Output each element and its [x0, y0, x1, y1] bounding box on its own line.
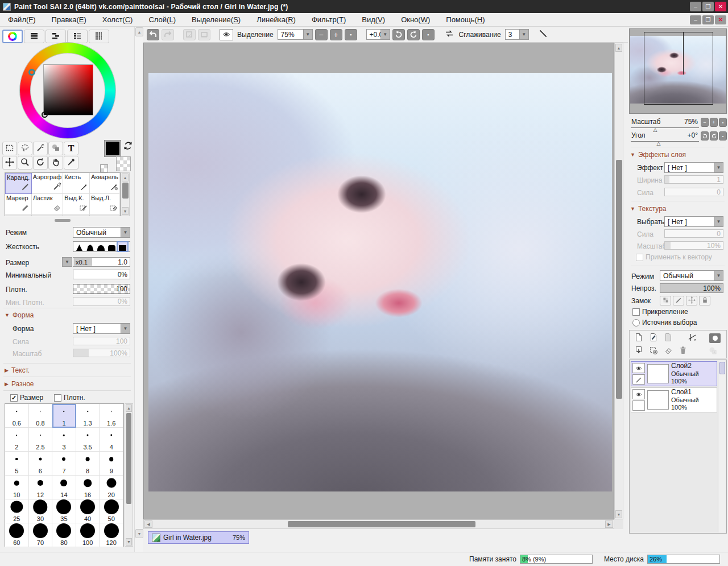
swap-colors-icon[interactable]: [123, 141, 133, 151]
secondary-color-swatch[interactable]: [116, 156, 131, 171]
checkbox-icon[interactable]: ✓: [10, 394, 18, 402]
tool-rect-select[interactable]: [2, 142, 17, 155]
min-size-slider[interactable]: 0%: [73, 270, 130, 279]
menu-c[interactable]: Холст(C): [94, 14, 141, 26]
nav-zoom-reset-button[interactable]: ▪: [719, 118, 727, 127]
brush-size-2.5[interactable]: 2.5: [29, 428, 53, 452]
canvas-horizontal-scrollbar[interactable]: ◀ ▶: [143, 519, 614, 529]
doc-close-button[interactable]: ✕: [715, 15, 726, 24]
panel-tab-swatch-bars[interactable]: [24, 30, 44, 43]
panel-tab-color-wheel[interactable]: [2, 30, 23, 43]
menu-s[interactable]: Выделение(S): [184, 14, 249, 26]
chevron-down-icon[interactable]: ▼: [303, 30, 312, 39]
texture-select[interactable]: [ Нет ]▼: [664, 216, 723, 227]
layer-row-Слой1[interactable]: Слой1Обычный100%: [631, 387, 717, 412]
brush-size-35[interactable]: 35: [52, 499, 76, 523]
crop-selection-button[interactable]: [183, 29, 196, 40]
navigator-angle-slider[interactable]: Угол +0° △: [631, 130, 699, 142]
brush-size-10[interactable]: 10: [5, 476, 29, 499]
layer-row-Слой2[interactable]: Слой2Обычный100%: [631, 361, 717, 386]
size-grid-scrollbar[interactable]: ▲ ▼: [125, 403, 133, 547]
clear-layer-button[interactable]: [663, 346, 674, 356]
scroll-up-icon[interactable]: ▲: [126, 404, 132, 412]
section-layer-effects[interactable]: ▼Эффекты слоя: [630, 151, 686, 159]
redo-button[interactable]: [162, 29, 174, 40]
canvas-image[interactable]: [148, 73, 612, 491]
close-button[interactable]: ✕: [715, 2, 726, 11]
preset-scrollbar[interactable]: ▲ ▼: [121, 172, 130, 216]
scroll-up-icon[interactable]: ▲: [615, 44, 622, 52]
shape-select[interactable]: [ Нет ]▼: [73, 323, 130, 334]
menu-l[interactable]: Слой(L): [140, 14, 184, 26]
panel-tab-swatch-grid[interactable]: [89, 30, 109, 43]
brush-size-70[interactable]: 70: [29, 523, 53, 547]
brush-size-30[interactable]: 30: [29, 499, 53, 523]
brush-size-16[interactable]: 16: [76, 476, 100, 499]
menu-r[interactable]: Линейка(R): [249, 14, 304, 26]
panel-tab-swatch-mixer[interactable]: [46, 30, 66, 43]
brush-preset[interactable]: Аэрограф: [32, 173, 64, 194]
new-folder-button[interactable]: [663, 333, 674, 343]
line-tool-icon[interactable]: [538, 28, 548, 40]
brush-preset[interactable]: Выд.Л.: [90, 194, 120, 215]
menu-h[interactable]: Помощь(H): [438, 14, 493, 26]
brush-size-8[interactable]: 8: [76, 452, 100, 476]
nav-rotate-ccw-button[interactable]: [701, 131, 709, 141]
brush-preset[interactable]: [63, 215, 90, 216]
panel-tab-swatch-list[interactable]: [67, 30, 88, 43]
brush-preset[interactable]: [90, 215, 120, 216]
section-texture[interactable]: ▼Текстура: [630, 205, 666, 213]
brush-size-4[interactable]: 4: [100, 428, 123, 452]
layer-visibility-toggle[interactable]: [632, 363, 645, 373]
hardness-option-4[interactable]: [107, 242, 117, 251]
section-text[interactable]: ▶Текст.: [5, 366, 30, 374]
tool-rotate[interactable]: [33, 156, 48, 170]
brush-size-14[interactable]: 14: [52, 476, 76, 499]
chevron-down-icon[interactable]: ▼: [519, 30, 528, 39]
tool-eyedropper[interactable]: [64, 156, 78, 170]
selection-visibility-button[interactable]: [220, 29, 233, 40]
preview-size-checkbox[interactable]: ✓ Размер: [10, 394, 43, 402]
delete-layer-button[interactable]: [677, 346, 689, 356]
scroll-left-icon[interactable]: ◀: [144, 520, 152, 528]
brush-preset[interactable]: Акварель: [90, 173, 120, 194]
chevron-down-icon[interactable]: ▼: [380, 30, 390, 39]
brush-size-3[interactable]: 3: [52, 428, 76, 452]
scroll-down-icon[interactable]: ▼: [615, 510, 622, 518]
size-slider[interactable]: x0.1 1.0: [73, 257, 130, 267]
brush-size-0.8[interactable]: 0.8: [29, 404, 53, 428]
lock-pencil-button[interactable]: [673, 296, 684, 305]
sv-cursor[interactable]: [42, 111, 48, 118]
brush-size-3.5[interactable]: 3.5: [76, 428, 100, 452]
document-tab[interactable]: Girl in Water.jpg 75%: [148, 531, 249, 544]
lock-move-button[interactable]: [686, 296, 697, 305]
chevron-down-icon[interactable]: ▼: [121, 324, 130, 333]
menu-f[interactable]: Файл(F): [0, 14, 44, 26]
rotate-reset-button[interactable]: ▪: [422, 29, 435, 40]
tool-hand[interactable]: [48, 156, 63, 170]
restore-button[interactable]: ❐: [702, 2, 714, 11]
doc-minimize-button[interactable]: –: [690, 15, 701, 24]
scroll-down-icon[interactable]: ▼: [122, 207, 129, 215]
flip-icon[interactable]: [444, 29, 455, 40]
scroll-down-icon[interactable]: ▼: [135, 529, 143, 538]
brush-preset[interactable]: [5, 215, 32, 216]
primary-color-swatch[interactable]: [105, 141, 121, 156]
radio-icon[interactable]: [632, 319, 640, 327]
layer-mode-select[interactable]: Обычный▼: [660, 270, 723, 281]
brush-size-100[interactable]: 100: [76, 523, 100, 547]
menu-e[interactable]: Правка(E): [44, 14, 94, 26]
preview-density-checkbox[interactable]: Плотн.: [54, 394, 85, 402]
left-panel-scrollbar[interactable]: ▲ ▼: [134, 27, 143, 552]
zoom-in-button[interactable]: +: [330, 29, 342, 40]
scroll-right-icon[interactable]: ▶: [605, 520, 613, 528]
brush-preset[interactable]: Выд.К.: [63, 194, 90, 215]
density-slider[interactable]: 100: [73, 284, 130, 294]
layer-thumbnail[interactable]: [647, 390, 669, 410]
brush-size-80[interactable]: 80: [52, 523, 76, 547]
brush-size-20[interactable]: 20: [100, 476, 123, 499]
canvas-viewport[interactable]: [143, 43, 614, 519]
checkbox-icon[interactable]: [54, 394, 61, 402]
doc-restore-button[interactable]: ❐: [702, 15, 714, 24]
menu-t[interactable]: Фильтр(T): [304, 14, 354, 26]
